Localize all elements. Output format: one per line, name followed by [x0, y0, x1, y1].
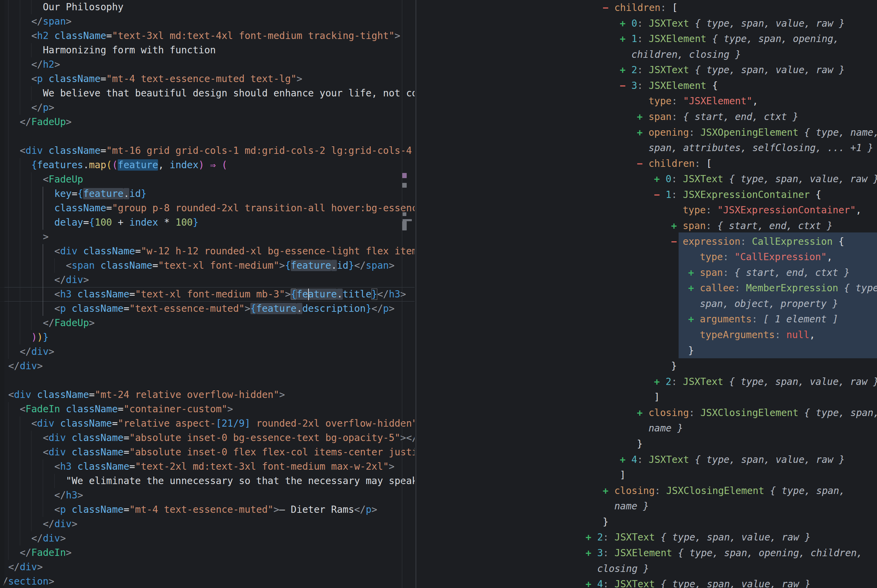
ast-text-row[interactable]: ] — [620, 467, 626, 483]
ast-node-row[interactable]: +closing: JSXClosingElement { type, span… — [637, 405, 877, 420]
code-line[interactable]: </FadeUp> — [0, 115, 414, 129]
ast-tree-pane[interactable]: −children: [+0: JSXText { type, span, va… — [417, 0, 877, 588]
code-line[interactable]: <FadeUp — [0, 172, 414, 187]
code-line[interactable]: Our Philosophy — [0, 0, 414, 14]
ast-text-row[interactable]: name } — [649, 420, 683, 436]
expand-icon[interactable]: + — [637, 109, 649, 124]
code-line[interactable]: <div className="relative aspect-[21/9] r… — [0, 416, 414, 431]
expand-icon[interactable]: + — [637, 125, 649, 140]
ast-node-row[interactable]: +1: JSXElement { type, span, opening, — [620, 31, 839, 46]
code-line[interactable]: <div className="w-12 h-12 rounded-xl bg-… — [0, 244, 414, 258]
code-line[interactable]: <div className="mt-24 relative overflow-… — [0, 388, 414, 402]
code-line[interactable]: ))} — [0, 330, 414, 345]
code-line[interactable]: "We eliminate the unnecessary so that th… — [0, 474, 414, 488]
code-line[interactable]: </div> — [0, 517, 414, 531]
ast-node-row[interactable]: −expression: CallExpression { — [671, 234, 844, 249]
code-line-current[interactable]: <h3 className="text-xl font-medium mb-3"… — [0, 287, 414, 302]
ast-node-row[interactable]: +2: JSXText { type, span, value, raw } — [620, 62, 845, 78]
collapse-icon[interactable]: − — [637, 156, 649, 171]
code-line[interactable]: </div> — [0, 560, 414, 574]
code-line[interactable]: <div className="absolute inset-0 flex fl… — [0, 445, 414, 459]
ast-text-row[interactable]: } — [603, 514, 608, 530]
expand-icon[interactable]: + — [586, 576, 597, 588]
ast-node-row[interactable]: +span: { start, end, ctxt } — [637, 109, 798, 124]
expand-icon[interactable]: + — [688, 280, 700, 296]
expand-icon[interactable]: + — [620, 16, 631, 31]
code-editor-pane[interactable]: Our Philosophy </span> <h2 className="te… — [0, 0, 414, 588]
ast-node-row[interactable]: −3: JSXElement { — [620, 78, 718, 93]
collapse-icon[interactable]: − — [620, 78, 631, 93]
code-line[interactable]: </h3> — [0, 488, 414, 502]
collapse-icon[interactable]: − — [671, 234, 683, 249]
code-line[interactable]: </FadeUp> — [0, 316, 414, 330]
code-line[interactable]: <h2 className="text-3xl md:text-4xl font… — [0, 29, 414, 43]
code-line[interactable]: /section> — [0, 574, 414, 588]
ast-text-row[interactable]: } — [671, 358, 677, 374]
code-line[interactable]: We believe that beautiful design should … — [0, 86, 414, 100]
ast-node-row[interactable]: +arguments: [ 1 element ] — [688, 311, 838, 327]
expand-icon[interactable]: + — [654, 171, 665, 187]
ast-node-row[interactable]: +4: JSXText { type, span, value, raw } — [620, 452, 845, 467]
ast-text-row[interactable]: type: "CallExpression", — [700, 249, 832, 265]
expand-icon[interactable]: + — [586, 530, 597, 545]
ast-text-row[interactable]: name } — [614, 498, 649, 514]
ast-node-row[interactable]: +3: JSXElement { type, span, opening, ch… — [586, 545, 862, 561]
ast-node-row[interactable]: −children: [ — [637, 156, 712, 171]
code-line[interactable]: <FadeIn className="container-custom"> — [0, 402, 414, 416]
expand-icon[interactable]: + — [603, 483, 614, 498]
code-line[interactable]: <p className="text-essence-muted">{featu… — [0, 302, 414, 316]
expand-icon[interactable]: + — [637, 405, 649, 420]
code-line[interactable]: </div> — [0, 345, 414, 359]
pane-divider[interactable] — [416, 0, 416, 588]
code-line[interactable]: </div> — [0, 359, 414, 373]
ast-node-row[interactable]: +2: JSXText { type, span, value, raw } — [654, 374, 877, 389]
code-line[interactable]: key={feature.id} — [0, 187, 414, 201]
code-line[interactable]: </span> — [0, 14, 414, 29]
ast-node-row[interactable]: +4: JSXText { type, span, value, raw } — [586, 576, 811, 588]
code-line[interactable]: <div className="absolute inset-0 bg-esse… — [0, 431, 414, 445]
ast-node-row[interactable]: +2: JSXText { type, span, value, raw } — [586, 530, 811, 545]
code-line[interactable]: <p className="mt-4 text-essence-muted">–… — [0, 502, 414, 517]
expand-icon[interactable]: + — [671, 218, 683, 234]
code-line[interactable]: <span className="text-xl font-medium">{f… — [0, 258, 414, 273]
code-line[interactable]: </h2> — [0, 57, 414, 72]
expand-icon[interactable]: + — [688, 265, 700, 280]
code-line[interactable]: <p className="mt-4 text-essence-muted te… — [0, 72, 414, 86]
ast-text-row[interactable]: span, object, property } — [700, 296, 838, 311]
ast-node-row[interactable]: +callee: MemberExpression { type, — [688, 280, 877, 296]
ast-text-row[interactable]: } — [688, 343, 694, 358]
expand-icon[interactable]: + — [654, 374, 665, 389]
code-line[interactable]: </div> — [0, 273, 414, 287]
ast-node-row[interactable]: +0: JSXText { type, span, value, raw } — [620, 16, 845, 31]
collapse-icon[interactable]: − — [654, 187, 665, 202]
ast-text-row[interactable]: type: "JSXElement", — [649, 93, 758, 109]
code-line[interactable]: > — [0, 230, 414, 244]
expand-icon[interactable]: + — [586, 545, 597, 561]
expand-icon[interactable]: + — [620, 62, 631, 78]
expand-icon[interactable]: + — [620, 31, 631, 46]
code-line[interactable]: <h3 className="text-2xl md:text-3xl font… — [0, 459, 414, 474]
code-line[interactable]: Harmonizing form with function — [0, 43, 414, 57]
ast-node-row[interactable]: +closing: JSXClosingElement { type, span… — [603, 483, 845, 498]
ast-text-row[interactable]: type: "JSXExpressionContainer", — [683, 202, 862, 218]
ast-node-row[interactable]: −1: JSXExpressionContainer { — [654, 187, 821, 202]
ast-text-row[interactable]: } — [637, 436, 643, 452]
code-line[interactable] — [0, 373, 414, 388]
code-line[interactable]: className="group p-8 rounded-2xl transit… — [0, 201, 414, 215]
ast-text-row[interactable]: span, attributes, selfClosing, ... +1 } — [649, 140, 873, 156]
expand-icon[interactable]: + — [620, 452, 631, 467]
code-line[interactable]: <div className="mt-16 grid grid-cols-1 m… — [0, 144, 414, 158]
code-line[interactable] — [0, 129, 414, 144]
ast-text-row[interactable]: ] — [654, 389, 660, 405]
ast-node-row[interactable]: +0: JSXText { type, span, value, raw } — [654, 171, 877, 187]
overview-ruler[interactable] — [402, 0, 414, 588]
code-line[interactable]: </p> — [0, 100, 414, 115]
ast-text-row[interactable]: closing } — [597, 561, 649, 576]
code-line[interactable]: </div> — [0, 531, 414, 546]
collapse-icon[interactable]: − — [603, 0, 614, 15]
code-line[interactable]: delay={100 + index * 100} — [0, 215, 414, 230]
code-line[interactable]: </FadeIn> — [0, 546, 414, 560]
code-line[interactable]: {features.map((feature, index) ⇒ ( — [0, 158, 414, 172]
ast-text-row[interactable]: typeArguments: null, — [700, 327, 815, 342]
ast-node-row[interactable]: +span: { start, end, ctxt } — [688, 265, 850, 280]
